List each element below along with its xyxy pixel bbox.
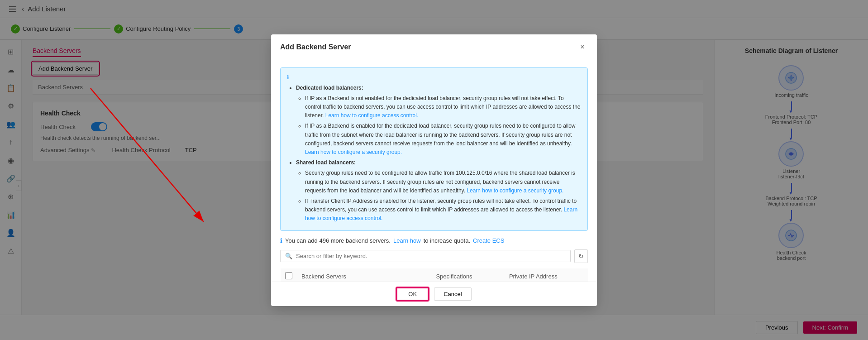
modal-server-table: Backend Servers Specifications Private I… (280, 268, 588, 282)
refresh-button[interactable]: ↻ (574, 249, 588, 263)
info-item-dedicated: Dedicated load balancers: If IP as a Bac… (296, 84, 581, 157)
modal-header: Add Backend Server × (271, 34, 597, 60)
info-link-3[interactable]: Learn how to configure a security group. (467, 187, 563, 194)
search-icon: 🔍 (285, 253, 292, 259)
th-checkbox (281, 268, 297, 282)
modal-body: ℹ Dedicated load balancers: If IP as a B… (271, 60, 597, 282)
quota-row: ℹ You can add 496 more backend servers. … (280, 237, 588, 244)
info-link-2[interactable]: Learn how to configure a security group. (305, 149, 402, 155)
ok-button[interactable]: OK (396, 287, 429, 301)
select-all-checkbox[interactable] (285, 272, 292, 279)
info-bullet-2: If IP as a Backend is enabled for the de… (305, 122, 581, 157)
create-ecs-link[interactable]: Create ECS (473, 237, 504, 244)
info-icon: ℹ (287, 74, 289, 81)
modal-close-button[interactable]: × (577, 42, 588, 53)
info-bullet-4: If Transfer Client IP Address is enabled… (305, 197, 581, 223)
search-input[interactable] (296, 253, 566, 259)
info-list: Dedicated load balancers: If IP as a Bac… (287, 84, 581, 223)
quota-text: You can add 496 more backend servers. (285, 237, 391, 244)
modal-footer: OK Cancel (271, 282, 597, 306)
search-input-wrap: 🔍 (280, 250, 571, 262)
search-row: 🔍 ↻ (280, 249, 588, 263)
quota-text-2: to increase quota. (424, 237, 470, 244)
add-backend-server-modal: Add Backend Server × ℹ Dedicated load ba… (271, 34, 597, 306)
info-bullet-3: Security group rules need to be configur… (305, 169, 581, 195)
cancel-button[interactable]: Cancel (434, 287, 471, 301)
info-link-4[interactable]: Learn how to configure access control. (305, 206, 577, 221)
learn-how-link[interactable]: Learn how (393, 237, 421, 244)
info-bullet-1: If IP as a Backend is not enabled for th… (305, 94, 581, 120)
info-link-1[interactable]: Learn how to configure access control. (325, 112, 418, 119)
info-item-shared: Shared load balancers: Security group ru… (296, 158, 581, 223)
th-specifications: Specifications (431, 268, 505, 282)
info-box: ℹ Dedicated load balancers: If IP as a B… (280, 67, 588, 231)
info-icon-2: ℹ (280, 237, 282, 244)
modal-overlay: Add Backend Server × ℹ Dedicated load ba… (0, 0, 868, 340)
modal-title: Add Backend Server (280, 43, 351, 51)
th-private-ip: Private IP Address (505, 268, 588, 282)
th-backend-servers: Backend Servers (297, 268, 431, 282)
